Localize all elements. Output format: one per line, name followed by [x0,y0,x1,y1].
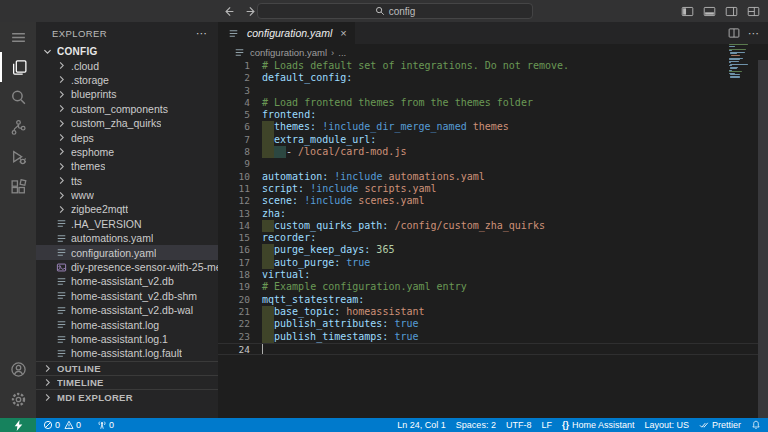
code-line-11[interactable]: 11script: !include scripts.yaml [218,183,768,195]
tree-item-label: home-assistant_v2.db [71,275,174,287]
minimap[interactable] [729,44,755,80]
remote-indicator[interactable] [0,418,36,432]
code-line-23[interactable]: 23publish_timestamps: true [218,331,768,343]
code-line-3[interactable]: 3 [218,85,768,97]
ports-forwarded[interactable]: 0 [97,420,114,430]
search-view-icon[interactable] [0,82,36,112]
chevron-right-icon [54,161,68,172]
toggle-secondary-sidebar-icon[interactable] [725,5,738,18]
vertical-scrollbar[interactable] [758,60,768,418]
section-mdi-explorer[interactable]: MDI EXPLORER [36,389,218,403]
eol-sequence[interactable]: LF [541,420,552,430]
section-outline[interactable]: OUTLINE [36,361,218,375]
breadcrumb-more[interactable]: ... [338,47,346,58]
encoding[interactable]: UTF-8 [506,420,532,430]
accounts-icon[interactable] [0,354,36,384]
tree-item-custom-components[interactable]: custom_components [36,102,218,116]
code-line-9[interactable]: 9 [218,158,768,170]
code-line-2[interactable]: 2default_config: [218,72,768,84]
tree-item-label: CONFIG [57,46,98,57]
code-line-20[interactable]: 20mqtt_statestream: [218,294,768,306]
sidebar-more-actions-icon[interactable]: ⋯ [196,27,208,40]
line-number: 8 [218,146,250,158]
code-line-17[interactable]: 17auto_purge: true [218,257,768,269]
notifications-bell-icon[interactable] [751,420,761,430]
tree-item-storage[interactable]: .storage [36,73,218,87]
image-file-icon [54,262,68,273]
cursor-position[interactable]: Ln 24, Col 1 [397,420,446,430]
back-arrow-icon[interactable] [222,5,235,18]
breadcrumb[interactable]: configuration.yaml › ... [218,44,768,60]
source-control-icon[interactable] [0,112,36,142]
command-center-search[interactable]: config [257,3,533,19]
problems-errors[interactable]: 0 [43,420,60,430]
extensions-icon[interactable] [0,172,36,202]
line-content: publish_timestamps: true [250,331,768,343]
code-line-16[interactable]: 16purge_keep_days: 365 [218,244,768,256]
tree-item-deps[interactable]: deps [36,130,218,144]
tree-item-home-assistant-log-fault[interactable]: home-assistant.log.fault [36,346,218,360]
tab-label: configuration.yaml [247,27,332,39]
line-number: 21 [218,306,250,318]
tree-item-blueprints[interactable]: blueprints [36,87,218,101]
code-line-24[interactable]: 24 [218,343,768,355]
code-line-1[interactable]: 1# Loads default set of integrations. Do… [218,60,768,72]
editor-more-actions-icon[interactable]: ⋯ [748,27,760,40]
tree-item-themes[interactable]: themes [36,159,218,173]
tree-item-ha-version[interactable]: .HA_VERSION [36,217,218,231]
code-line-4[interactable]: 4# Load frontend themes from the themes … [218,97,768,109]
breadcrumb-file[interactable]: configuration.yaml [250,47,327,58]
tree-item-custom-zha-quirks[interactable]: custom_zha_quirks [36,116,218,130]
tree-item-home-assistant-v2-db-wal[interactable]: home-assistant_v2.db-wal [36,303,218,317]
split-editor-icon[interactable] [728,27,740,39]
code-line-10[interactable]: 10automation: !include automations.yaml [218,171,768,183]
tree-item-tts[interactable]: tts [36,174,218,188]
tab-configuration-yaml[interactable]: configuration.yaml × [218,22,355,44]
code-line-21[interactable]: 21base_topic: homeassistant [218,306,768,318]
code-line-14[interactable]: 14custom_quirks_path: /config/custom_zha… [218,220,768,232]
tree-item-home-assistant-log-1[interactable]: home-assistant.log.1 [36,332,218,346]
tree-item-home-assistant-v2-db-shm[interactable]: home-assistant_v2.db-shm [36,289,218,303]
code-line-5[interactable]: 5frontend: [218,109,768,121]
customize-layout-icon[interactable] [747,5,760,18]
code-line-6[interactable]: 6themes: !include_dir_merge_named themes [218,121,768,133]
code-line-13[interactable]: 13zha: [218,208,768,220]
tree-item-diy-presence-sensor-with-25-meters-det[interactable]: diy-presence-sensor-with-25-meters-det..… [36,260,218,274]
menu-icon[interactable] [0,22,36,52]
tree-item-home-assistant-v2-db[interactable]: home-assistant_v2.db [36,274,218,288]
problems-warnings[interactable]: 0 [64,420,81,430]
tree-item-zigbee2mqtt[interactable]: zigbee2mqtt [36,202,218,216]
code-line-7[interactable]: 7extra_module_url: [218,134,768,146]
tree-item-esphome[interactable]: esphome [36,145,218,159]
code-line-15[interactable]: 15recorder: [218,232,768,244]
error-icon [43,420,53,430]
settings-gear-icon[interactable] [0,384,36,414]
code-area[interactable]: 1# Loads default set of integrations. Do… [218,60,768,418]
code-line-8[interactable]: 8- /local/card-mod.js [218,146,768,158]
explorer-icon[interactable] [0,52,36,82]
status-bar: 0 0 0 Ln 24, Col 1 Spaces: 2 UTF-8 LF {}… [0,418,768,432]
line-content: frontend: [250,109,768,121]
tab-close-icon[interactable]: × [340,27,346,39]
formatter-status[interactable]: Prettier [699,420,741,430]
tree-item-automations-yaml[interactable]: automations.yaml [36,231,218,245]
code-line-18[interactable]: 18virtual: [218,269,768,281]
indent-highlight [262,244,274,256]
language-mode[interactable]: {} Home Assistant [562,420,635,430]
run-debug-icon[interactable] [0,142,36,172]
code-line-22[interactable]: 22publish_attributes: true [218,318,768,330]
toggle-sidebar-icon[interactable] [681,5,694,18]
chevron-right-icon [40,392,54,403]
code-line-12[interactable]: 12scene: !include scenes.yaml [218,195,768,207]
tree-item-cloud[interactable]: .cloud [36,58,218,72]
toggle-panel-icon[interactable] [703,5,716,18]
section-timeline[interactable]: TIMELINE [36,375,218,389]
line-content: recorder: [250,232,768,244]
keyboard-layout[interactable]: Layout: US [644,420,689,430]
tree-item-configuration-yaml[interactable]: configuration.yaml [36,245,218,259]
tree-item-home-assistant-log[interactable]: home-assistant.log [36,317,218,331]
tree-item-config[interactable]: CONFIG [36,44,218,58]
code-line-19[interactable]: 19# Example configuration.yaml entry [218,281,768,293]
indentation[interactable]: Spaces: 2 [456,420,496,430]
tree-item-www[interactable]: www [36,188,218,202]
